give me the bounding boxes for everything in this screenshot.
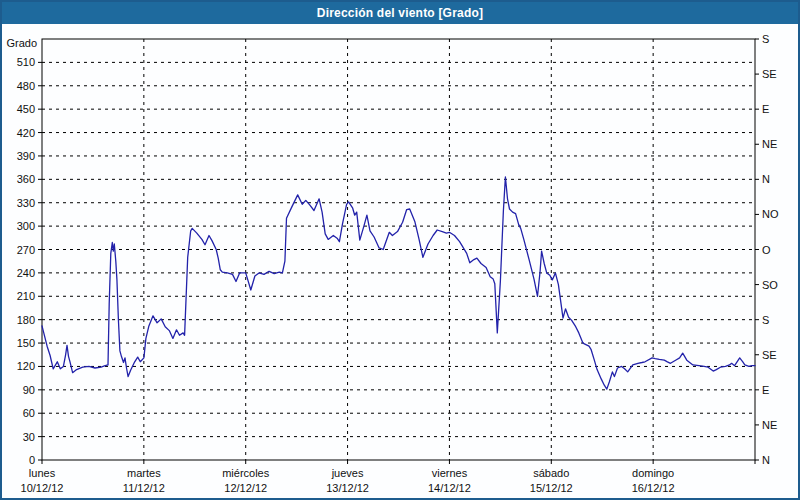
y-axis-tick-label: 0 [29, 454, 35, 466]
y-axis-tick-label: 420 [17, 127, 35, 139]
y-axis-tick-label: 450 [17, 103, 35, 115]
y-axis-tick-label: 510 [17, 56, 35, 68]
y-axis-tick-label: 360 [17, 173, 35, 185]
compass-label: NE [762, 138, 777, 150]
y-axis-tick-label: 480 [17, 80, 35, 92]
day-date-label: 13/12/12 [326, 482, 369, 494]
day-name-label: domingo [632, 467, 674, 479]
compass-label: SE [762, 68, 777, 80]
compass-label: S [762, 33, 769, 45]
compass-label: NE [762, 419, 777, 431]
day-name-label: jueves [331, 467, 364, 479]
y-axis-tick-label: 300 [17, 220, 35, 232]
compass-label: O [762, 244, 771, 256]
y-axis-tick-label: 240 [17, 267, 35, 279]
compass-label: NO [762, 208, 779, 220]
day-name-label: lunes [29, 467, 56, 479]
day-name-label: sábado [533, 467, 569, 479]
day-date-label: 15/12/12 [530, 482, 573, 494]
day-date-label: 10/12/12 [21, 482, 64, 494]
day-date-label: 11/12/12 [123, 482, 165, 494]
day-name-label: viernes [432, 467, 468, 479]
y-axis-tick-label: 30 [23, 431, 35, 443]
day-date-label: 12/12/12 [224, 482, 267, 494]
y-axis-tick-label: 120 [17, 360, 35, 372]
compass-label: N [762, 173, 770, 185]
compass-label: S [762, 314, 769, 326]
day-date-label: 16/12/12 [632, 482, 675, 494]
y-axis-tick-label: 270 [17, 244, 35, 256]
y-axis-tick-label: 150 [17, 337, 35, 349]
compass-label: E [762, 103, 769, 115]
y-axis-tick-label: 60 [23, 407, 35, 419]
chart-title-bar: Dirección del viento [Grado] [2, 2, 798, 24]
y-axis-tick-label: 210 [17, 290, 35, 302]
compass-label: SE [762, 349, 777, 361]
y-axis-tick-label: 390 [17, 150, 35, 162]
y-axis-tick-label: 90 [23, 384, 35, 396]
day-name-label: miércoles [222, 467, 270, 479]
compass-label: SO [762, 279, 778, 291]
day-name-label: martes [127, 467, 161, 479]
wind-direction-plot: 0306090120150180210240270300330360390420… [2, 24, 798, 498]
y-axis-title: Grado [6, 37, 37, 49]
compass-label: N [762, 454, 770, 466]
day-date-label: 14/12/12 [428, 482, 471, 494]
y-axis-tick-label: 180 [17, 314, 35, 326]
compass-label: E [762, 384, 769, 396]
app-window: Dirección del viento [Grado] 03060901201… [0, 0, 800, 500]
chart-title: Dirección del viento [Grado] [317, 6, 483, 20]
y-axis-tick-label: 330 [17, 197, 35, 209]
wind-direction-line [42, 177, 755, 389]
